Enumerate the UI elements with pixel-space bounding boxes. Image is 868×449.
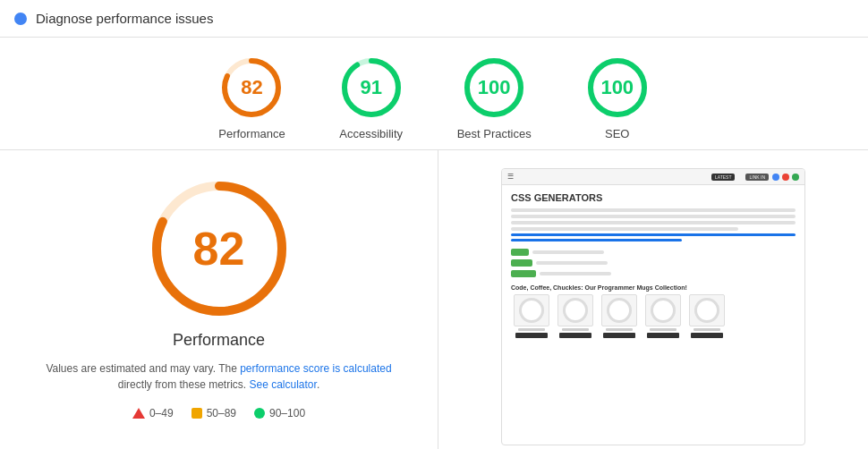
page-title: Diagnose performance issues xyxy=(36,11,213,26)
score-value-seo: 100 xyxy=(600,76,634,99)
preview-mug-label xyxy=(650,328,677,331)
preview-sidebar-label xyxy=(540,272,611,275)
preview-social-icon-red xyxy=(782,174,789,181)
preview-mug-circle xyxy=(563,298,588,323)
preview-desc-line5 xyxy=(511,233,796,236)
score-item-performance: 82 Performance xyxy=(218,55,285,140)
preview-mug-circle xyxy=(651,298,676,323)
disclaimer-text: Values are estimated and may vary. The p… xyxy=(40,360,398,393)
disclaimer-text3: . xyxy=(317,378,319,391)
preview-mugs-row xyxy=(511,294,796,338)
preview-mug-btn[interactable] xyxy=(603,333,635,338)
preview-mug-circle xyxy=(694,298,719,323)
score-label-performance: Performance xyxy=(218,127,285,140)
score-item-seo: 100 SEO xyxy=(585,55,650,140)
preview-mug-image xyxy=(689,294,725,326)
preview-site-title: CSS GENERATORS xyxy=(511,192,796,203)
preview-social-icon-blue xyxy=(772,174,779,181)
score-value-accessibility: 91 xyxy=(360,76,381,99)
preview-mug-label xyxy=(694,328,720,331)
score-circle-seo: 100 xyxy=(585,55,650,120)
legend-square-icon xyxy=(191,408,202,419)
calculator-link[interactable]: See calculator xyxy=(249,378,316,391)
preview-mug-label xyxy=(518,328,545,331)
preview-mug-circle xyxy=(607,298,632,323)
preview-mugs-title: Code, Coffee, Chuckles: Our Programmer M… xyxy=(511,284,796,291)
performance-score-link[interactable]: performance score is calculated xyxy=(240,362,391,375)
preview-mug-label xyxy=(562,328,589,331)
preview-desc-line6 xyxy=(511,239,682,241)
preview-mugs-section: Code, Coffee, Chuckles: Our Programmer M… xyxy=(511,284,796,338)
preview-desc-line3 xyxy=(511,221,796,224)
score-legend: 0–49 50–89 90–100 xyxy=(132,407,305,419)
preview-sidebar-items xyxy=(511,249,796,277)
legend-item-bad: 0–49 xyxy=(132,407,174,419)
preview-mug-label xyxy=(606,328,633,331)
preview-mug-image xyxy=(645,294,681,326)
preview-menu-icon: ☰ xyxy=(507,173,514,181)
legend-bad-range: 0–49 xyxy=(149,407,174,419)
score-circle-performance: 82 xyxy=(219,55,284,120)
preview-sidebar-label xyxy=(536,261,608,265)
left-panel: 82 Performance Values are estimated and … xyxy=(0,150,438,449)
preview-sidebar-label xyxy=(532,250,604,254)
preview-mug-btn[interactable] xyxy=(559,333,591,338)
preview-sidebar-bar xyxy=(511,270,536,277)
preview-mug-btn[interactable] xyxy=(647,333,679,338)
header-dot-icon xyxy=(14,13,27,25)
score-label-best-practices: Best Practices xyxy=(457,127,532,140)
preview-toolbar: ☰ LATEST LINK IN xyxy=(502,169,804,185)
preview-latest-btn[interactable]: LATEST xyxy=(711,174,736,181)
preview-mug-circle xyxy=(519,298,544,323)
preview-mug-image xyxy=(557,294,593,326)
disclaimer-text2: directly from these metrics. xyxy=(118,378,250,391)
big-score-circle: 82 xyxy=(148,177,291,320)
preview-desc-line4 xyxy=(511,227,738,231)
preview-mug-item xyxy=(642,294,683,338)
preview-sidebar-item xyxy=(511,270,796,277)
preview-mug-image xyxy=(601,294,637,326)
preview-mug-image xyxy=(514,294,549,326)
preview-btn2[interactable]: LINK IN xyxy=(745,174,769,181)
legend-circle-icon xyxy=(254,408,265,419)
preview-mug-btn[interactable] xyxy=(691,333,723,338)
legend-triangle-icon xyxy=(132,408,145,419)
main-content: 82 Performance Values are estimated and … xyxy=(0,150,868,449)
preview-mug-item xyxy=(511,294,551,338)
preview-social-icon-green xyxy=(792,174,799,181)
preview-sidebar-item xyxy=(511,249,796,256)
score-label-accessibility: Accessibility xyxy=(339,127,403,140)
score-value-performance: 82 xyxy=(241,76,262,99)
preview-sidebar-item xyxy=(511,259,796,267)
big-score-label: Performance xyxy=(173,331,265,350)
preview-sidebar-bar xyxy=(511,259,532,267)
preview-desc-line1 xyxy=(511,208,796,212)
score-label-seo: SEO xyxy=(605,127,629,140)
score-circle-accessibility: 91 xyxy=(339,55,404,120)
score-item-best-practices: 100 Best Practices xyxy=(457,55,532,140)
big-score-number: 82 xyxy=(193,222,245,275)
score-circle-best-practices: 100 xyxy=(462,55,526,120)
preview-desc-line2 xyxy=(511,215,796,218)
preview-mug-item xyxy=(686,294,727,338)
preview-description xyxy=(511,208,796,241)
preview-mug-btn[interactable] xyxy=(515,333,548,338)
score-value-best-practices: 100 xyxy=(478,76,511,99)
preview-sidebar-bar xyxy=(511,249,529,256)
right-panel: ☰ LATEST LINK IN CSS GENERATORS xyxy=(438,150,868,449)
disclaimer-text1: Values are estimated and may vary. The xyxy=(46,362,240,375)
website-preview: ☰ LATEST LINK IN CSS GENERATORS xyxy=(501,168,805,445)
preview-mug-item xyxy=(599,294,639,338)
legend-item-medium: 50–89 xyxy=(191,407,236,419)
page-header: Diagnose performance issues xyxy=(0,0,868,38)
preview-body: CSS GENERATORS Code, Coffee, Chuckles: O xyxy=(502,185,804,345)
preview-social-icons xyxy=(772,174,799,181)
legend-medium-range: 50–89 xyxy=(207,407,236,419)
legend-item-good: 90–100 xyxy=(254,407,305,419)
preview-mug-item xyxy=(555,294,595,338)
score-item-accessibility: 91 Accessibility xyxy=(339,55,404,140)
scores-row: 82 Performance 91 Accessibility 100 Best… xyxy=(0,38,868,150)
legend-good-range: 90–100 xyxy=(269,407,305,419)
